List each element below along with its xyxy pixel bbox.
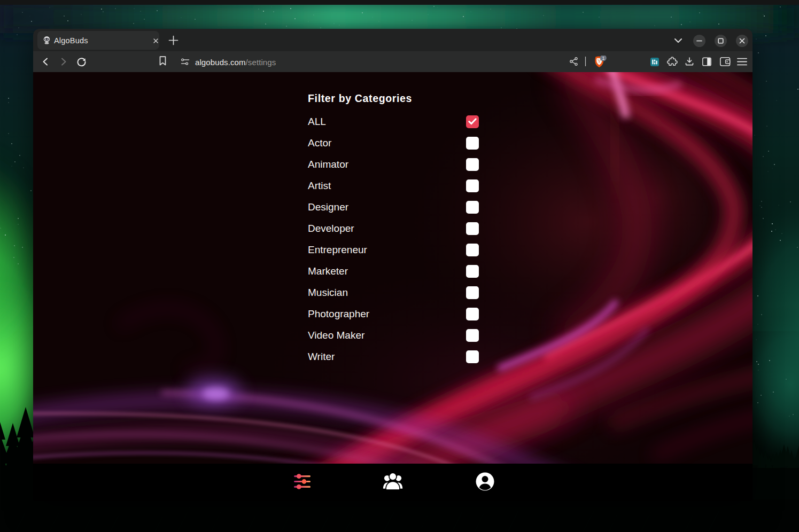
svg-text:1: 1 — [602, 56, 604, 61]
